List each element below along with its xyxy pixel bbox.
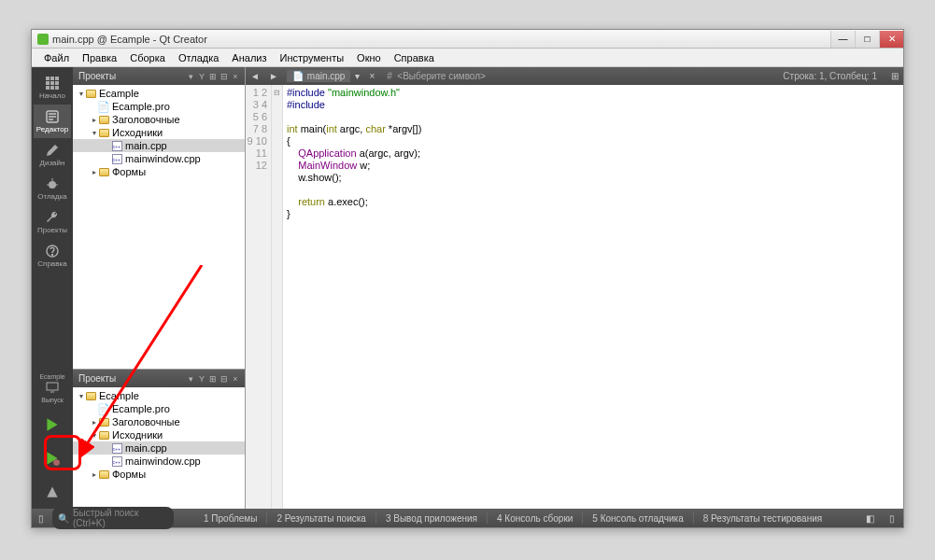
panel-close-icon[interactable]: × [230, 374, 241, 384]
line-col-indicator[interactable]: Строка: 1, Столбец: 1 [783, 71, 886, 81]
split-icon[interactable]: ⊟ [219, 72, 230, 81]
nav-fwd-icon[interactable]: ► [264, 71, 283, 81]
split-icon[interactable]: ⊟ [219, 374, 230, 384]
svg-rect-2 [55, 77, 59, 80]
build-button[interactable] [37, 478, 67, 506]
menubar: ФайлПравкаСборкаОтладкаАнализИнструменты… [32, 49, 903, 67]
svg-rect-7 [50, 86, 54, 90]
menu-инструменты[interactable]: Инструменты [274, 52, 351, 63]
tree-row[interactable]: ▸Заголовочные [73, 113, 245, 126]
output-pane-tab[interactable]: 1 Проблемы [204, 513, 257, 524]
line-gutter: 1 2 3 4 5 6 7 8 9 10 11 12 [246, 85, 272, 509]
output-pane-tab[interactable]: 8 Результаты тестирования [703, 513, 822, 524]
window-title: main.cpp @ Ecample - Qt Creator [52, 34, 830, 45]
search-icon: 🔍 [58, 513, 69, 524]
output-toggle-icon[interactable]: ◧ [861, 513, 879, 524]
tree-row[interactable]: ▾Исходники [73, 428, 245, 441]
editor-tab[interactable]: 📄 main.cpp [287, 70, 351, 82]
quick-search[interactable]: 🔍 Быстрый поиск (Ctrl+K) [52, 507, 174, 529]
tab-close-icon[interactable]: × [364, 71, 379, 81]
wrench-icon [45, 210, 60, 225]
panel-close-icon[interactable]: × [230, 72, 241, 81]
titlebar: main.cpp @ Ecample - Qt Creator — □ ✕ [32, 30, 903, 49]
svg-rect-1 [50, 77, 54, 80]
panel-title: Проекты [77, 373, 185, 384]
svg-rect-0 [46, 77, 50, 80]
close-button[interactable]: ✕ [879, 31, 903, 48]
svg-rect-8 [55, 86, 59, 90]
projects-panel-bottom: Проекты ▾ Y ⊞ ⊟ × ▾Ecample📄Ecample.pro▸З… [73, 369, 245, 509]
output-pane-tab[interactable]: 4 Консоль сборки [497, 513, 573, 524]
output-pane-tab[interactable]: 5 Консоль отладчика [592, 513, 683, 524]
project-tree[interactable]: ▾Ecample📄Ecample.pro▸Заголовочные▾Исходн… [73, 387, 245, 509]
filter-icon[interactable]: Y [196, 72, 207, 81]
tab-dropdown-icon[interactable]: ▾ [350, 71, 364, 81]
maximize-button[interactable]: □ [855, 31, 879, 48]
panel-title: Проекты [77, 71, 185, 81]
sync-icon[interactable]: ⊞ [207, 374, 219, 384]
project-tree[interactable]: ▾Ecample📄Ecample.pro▸Заголовочные▾Исходн… [73, 85, 245, 369]
svg-rect-5 [55, 81, 59, 85]
split-icon[interactable]: ⊞ [886, 71, 903, 81]
mode-pencil[interactable]: Дизайн [34, 138, 71, 172]
search-placeholder: Быстрый поиск (Ctrl+K) [73, 508, 168, 528]
tree-row[interactable]: main.cpp [73, 139, 245, 152]
filter-icon[interactable]: Y [196, 374, 207, 384]
monitor-icon [45, 380, 60, 395]
tree-row[interactable]: ▸Заголовочные [73, 415, 245, 428]
tree-row[interactable]: 📄Ecample.pro [73, 100, 245, 113]
mode-grid[interactable]: Начало [34, 71, 71, 105]
fold-gutter[interactable]: ⊟ [272, 85, 283, 509]
tree-row[interactable]: mainwindow.cpp [73, 455, 245, 468]
menu-файл[interactable]: Файл [37, 52, 76, 63]
menu-отладка[interactable]: Отладка [172, 52, 225, 63]
menu-сборка[interactable]: Сборка [123, 52, 172, 63]
menu-правка[interactable]: Правка [76, 52, 123, 63]
sync-icon[interactable]: ⊞ [207, 72, 219, 81]
svg-rect-4 [50, 81, 54, 85]
tree-row[interactable]: ▾Исходники [73, 126, 245, 139]
tree-row[interactable]: ▸Формы [73, 165, 245, 178]
tree-row[interactable]: ▸Формы [73, 468, 245, 481]
output-pane-tab[interactable]: 3 Вывод приложения [386, 513, 477, 524]
code-text[interactable]: #include "mainwindow.h" #include int mai… [283, 85, 903, 509]
tree-row[interactable]: mainwindow.cpp [73, 152, 245, 165]
locator-icon[interactable]: ▯ [35, 513, 47, 524]
tree-row[interactable]: ▾Ecample [73, 389, 245, 402]
svg-rect-6 [46, 86, 50, 90]
statusbar: ▯ 🔍 Быстрый поиск (Ctrl+K) 1 Проблемы2 Р… [32, 509, 903, 527]
output-pane-tab[interactable]: 2 Результаты поиска [276, 513, 366, 524]
tree-row[interactable]: ▾Ecample [73, 87, 245, 100]
editor-toolbar: ◄ ► 📄 main.cpp ▾ × # <Выберите символ> С… [246, 67, 903, 85]
svg-point-21 [53, 459, 60, 466]
kit-selector[interactable]: EcampleВыпуск [34, 369, 71, 408]
nav-back-icon[interactable]: ◄ [246, 71, 264, 81]
mode-help[interactable]: Справка [34, 239, 71, 273]
app-icon [37, 34, 49, 45]
menu-окно[interactable]: Окно [350, 52, 388, 63]
run-debug-button[interactable] [37, 444, 67, 472]
mode-wrench[interactable]: Проекты [34, 205, 71, 239]
svg-rect-19 [47, 383, 58, 390]
bug-icon [45, 176, 60, 191]
sidebar-toggle-icon[interactable]: ▯ [885, 513, 900, 524]
edit-icon [45, 109, 60, 124]
pencil-icon [45, 143, 60, 158]
symbol-selector[interactable]: # <Выберите символ> [379, 71, 783, 81]
minimize-button[interactable]: — [830, 31, 855, 48]
tab-label: main.cpp [307, 71, 346, 81]
menu-справка[interactable]: Справка [388, 52, 441, 63]
mode-sidebar: НачалоРедакторДизайнОтладкаПроектыСправк… [32, 67, 73, 509]
menu-анализ[interactable]: Анализ [225, 52, 273, 63]
mode-bug[interactable]: Отладка [34, 172, 71, 205]
run-button[interactable] [37, 411, 67, 439]
panel-dropdown-icon[interactable]: ▾ [185, 374, 196, 384]
help-icon [45, 244, 60, 259]
code-area[interactable]: 1 2 3 4 5 6 7 8 9 10 11 12 ⊟ #include "m… [246, 85, 903, 509]
svg-point-18 [52, 255, 53, 256]
tree-row[interactable]: main.cpp [73, 441, 245, 455]
window: main.cpp @ Ecample - Qt Creator — □ ✕ Фа… [31, 29, 904, 528]
tree-row[interactable]: 📄Ecample.pro [73, 402, 245, 415]
panel-dropdown-icon[interactable]: ▾ [185, 72, 196, 81]
mode-edit[interactable]: Редактор [34, 105, 71, 138]
